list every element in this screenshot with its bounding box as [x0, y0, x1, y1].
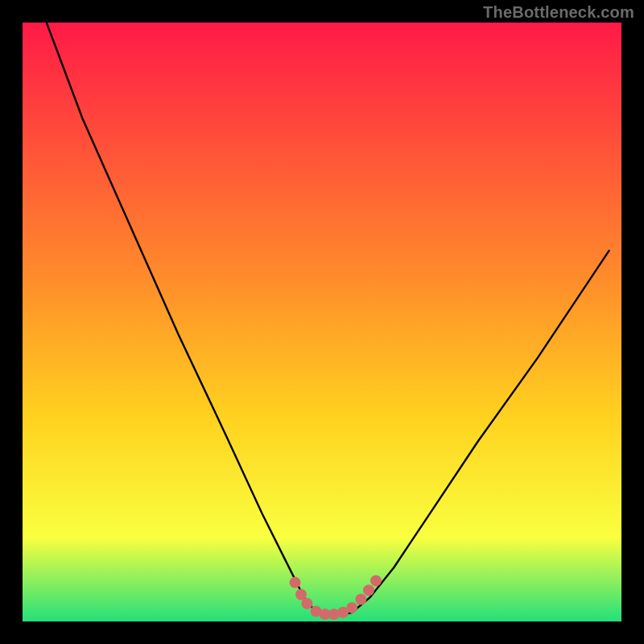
- marker-dot: [363, 584, 374, 596]
- marker-dot: [370, 575, 382, 586]
- marker-dot: [290, 577, 301, 588]
- marker-dot: [355, 594, 366, 605]
- watermark-text: TheBottleneck.com: [483, 3, 634, 22]
- gradient-background: [23, 23, 621, 621]
- plot-area: [23, 23, 621, 621]
- marker-dot: [301, 598, 312, 609]
- marker-dot: [346, 602, 357, 613]
- plot-svg: [23, 23, 621, 621]
- chart-frame: TheBottleneck.com: [0, 0, 644, 644]
